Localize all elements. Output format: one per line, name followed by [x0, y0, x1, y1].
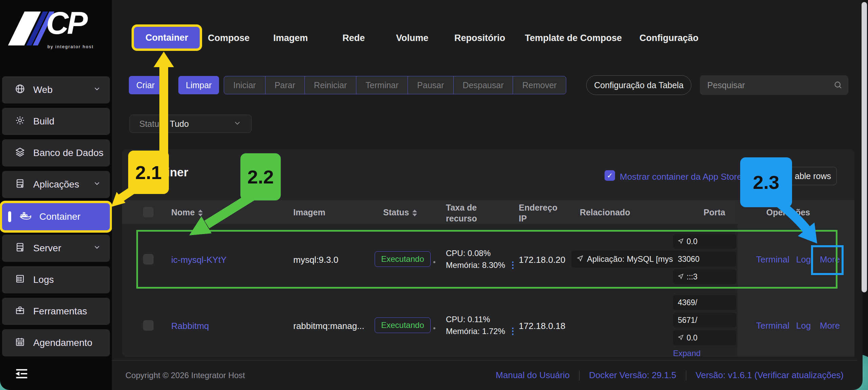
- start-button[interactable]: Iniciar: [224, 76, 265, 94]
- tab-configuracao[interactable]: Configuração: [639, 33, 698, 43]
- expand-ports-link[interactable]: Expand: [673, 349, 736, 358]
- table-config-button[interactable]: Configuração da Tabela: [586, 75, 691, 95]
- terminal-action-link[interactable]: Terminal: [756, 320, 789, 331]
- appstore-checkbox[interactable]: ✓: [605, 170, 615, 181]
- clear-button[interactable]: Limpar: [178, 76, 219, 94]
- log-action-link[interactable]: Log: [796, 320, 811, 331]
- tab-rede[interactable]: Rede: [342, 33, 365, 43]
- status-badge: Executando: [375, 251, 431, 267]
- resource-usage: CPU: 0.11% Memória: 1.72%⋮: [446, 314, 517, 337]
- docker-icon: [20, 211, 31, 223]
- logo-text: CP: [46, 5, 86, 41]
- sidebar-item-banco-de-dados[interactable]: Banco de Dados: [2, 139, 110, 167]
- scrollbar-thumb[interactable]: [862, 2, 867, 292]
- column-header-status[interactable]: Status: [383, 208, 417, 217]
- page-title: Container: [133, 165, 188, 179]
- row-checkbox[interactable]: [143, 254, 154, 265]
- tab-repositorio[interactable]: Repositório: [454, 33, 505, 43]
- log-action-link[interactable]: Log: [796, 254, 811, 265]
- restart-button[interactable]: Reiniciar: [304, 76, 356, 94]
- status-caret: [433, 261, 435, 263]
- sidebar-item-label: Aplicações: [33, 179, 79, 190]
- logo-subtext: by integrator host: [47, 44, 94, 49]
- sort-icon[interactable]: [198, 210, 203, 216]
- status-filter-select[interactable]: Status: Tudo: [130, 115, 252, 133]
- footer-divider: [579, 370, 579, 381]
- ip-address: 172.18.0.18: [519, 321, 565, 331]
- status-filter-label: Status:: [139, 119, 166, 129]
- column-header-label: Status: [383, 208, 409, 217]
- sidebar-item-aplicacoes[interactable]: Aplicações: [2, 171, 110, 198]
- table-rows-pill-button[interactable]: able rows: [786, 167, 837, 185]
- tab-compose[interactable]: Compose: [208, 33, 250, 43]
- more-action-link[interactable]: More: [820, 320, 840, 331]
- unpause-button[interactable]: Despausar: [453, 76, 513, 94]
- sidebar-item-container[interactable]: Container: [2, 203, 110, 230]
- active-indicator: [8, 211, 11, 222]
- port-chip[interactable]: 5671/: [673, 313, 736, 328]
- create-button[interactable]: Criar: [129, 76, 162, 94]
- more-action-link[interactable]: More: [820, 254, 840, 265]
- user-manual-link[interactable]: Manual do Usuário: [496, 370, 570, 381]
- related-app-chip[interactable]: Aplicação: MySQL [mysql]: [571, 251, 687, 268]
- sidebar-item-web[interactable]: Web: [2, 76, 110, 103]
- sidebar-item-label: Server: [33, 243, 61, 254]
- sort-icon[interactable]: [412, 210, 417, 216]
- calendar-icon: [15, 337, 25, 349]
- column-header-imagem: Imagem: [293, 208, 325, 217]
- appstore-checkbox-label[interactable]: Mostrar container da App Store: [620, 172, 742, 182]
- sidebar-item-ferramentas[interactable]: Ferramentas: [2, 298, 110, 325]
- port-chip[interactable]: :::3: [673, 269, 736, 284]
- terminal-action-link[interactable]: Terminal: [756, 254, 789, 265]
- pause-button[interactable]: Pausar: [408, 76, 453, 94]
- app-version-link[interactable]: Versão: v1.6.1 (Verificar atualizações): [696, 370, 844, 381]
- sidebar-item-label: Container: [39, 211, 80, 222]
- column-header-nome[interactable]: Nome: [171, 208, 203, 217]
- row-checkbox[interactable]: [143, 320, 154, 331]
- column-header-taxa-de-recurso: Taxa derecurso: [446, 202, 477, 224]
- sidebar-item-label: Ferramentas: [33, 306, 87, 317]
- select-all-checkbox[interactable]: [143, 207, 154, 217]
- tab-imagem[interactable]: Imagem: [273, 33, 308, 43]
- status-badge: Executando: [375, 317, 431, 333]
- container-name-link[interactable]: ic-mysql-KYtY: [171, 255, 226, 265]
- sidebar-item-build[interactable]: Build: [2, 108, 110, 135]
- port-chip[interactable]: 0.0: [673, 234, 736, 249]
- layers-icon: [15, 147, 25, 159]
- related-app-label: Aplicação: MySQL [mysql]: [587, 254, 682, 264]
- search-input[interactable]: [700, 75, 848, 95]
- sidebar-item-agendamento[interactable]: Agendamento: [2, 329, 110, 356]
- sidebar-item-logs[interactable]: Logs: [2, 266, 110, 293]
- more-dots-icon[interactable]: ⋮: [509, 260, 517, 270]
- container-name-link[interactable]: Rabbitmq: [171, 321, 209, 331]
- image-name: rabbitmq:manag...: [293, 321, 364, 331]
- docker-version-link[interactable]: Docker Versão: 29.1.5: [589, 370, 676, 381]
- list-icon: [15, 274, 25, 286]
- apps-server-icon: [15, 178, 25, 191]
- kill-button[interactable]: Terminar: [356, 76, 408, 94]
- sidebar-item-server[interactable]: Server: [2, 235, 110, 262]
- chevron-down-icon: [93, 179, 101, 190]
- chevron-down-icon: [93, 84, 101, 95]
- tab-template-de-compose[interactable]: Template de Compose: [525, 33, 622, 43]
- resource-usage: CPU: 0.08% Memória: 8.30%⋮: [446, 248, 517, 271]
- tab-container[interactable]: Container: [134, 27, 200, 48]
- port-chip[interactable]: 4369/: [673, 295, 736, 310]
- port-chip[interactable]: 0.0: [673, 330, 736, 345]
- search-icon[interactable]: [833, 80, 843, 91]
- sidebar-item-label: Build: [33, 116, 54, 127]
- remove-button[interactable]: Remover: [513, 76, 566, 94]
- column-header-endereco-ip: EndereçoIP: [519, 202, 557, 224]
- stop-button[interactable]: Parar: [265, 76, 305, 94]
- table-row: ic-mysql-KYtY mysql:9.3.0 Executando CPU…: [122, 230, 854, 289]
- more-dots-icon[interactable]: ⋮: [509, 326, 517, 336]
- cpu-usage: CPU: 0.11%: [446, 314, 517, 325]
- gear-icon: [15, 115, 25, 128]
- status-caret: [433, 327, 435, 329]
- tab-volume[interactable]: Volume: [396, 33, 429, 43]
- ip-address: 172.18.0.20: [519, 255, 565, 265]
- sidebar-item-label: Web: [33, 84, 53, 95]
- column-header-label: Nome: [171, 208, 195, 217]
- sidebar-collapse-button[interactable]: [14, 367, 29, 381]
- port-chip[interactable]: 33060: [673, 252, 736, 267]
